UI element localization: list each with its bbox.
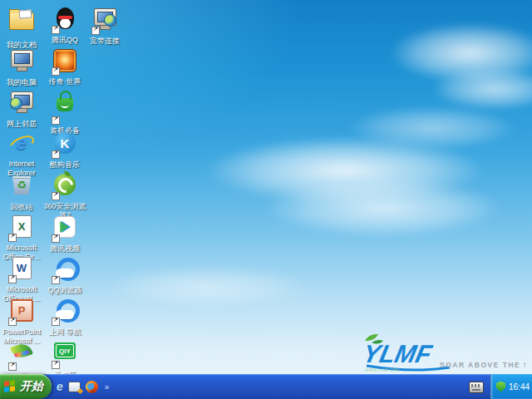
desktop-wallpaper[interactable]: 我的文档 我的电脑 网上邻居 e Internet Explorer ♻ 回收站… [0,0,532,399]
quick-launch-bar: e » [57,374,109,399]
icon-label: 酷狗音乐 [43,160,86,170]
icon-label: 腾讯视频 [43,244,86,254]
recycle-symbol: ♻ [17,179,27,191]
ylmf-logo: YLMF SOAR ABOVE THE SKY WWW.YLMF.COM [347,331,525,372]
shortcut-arrow-icon [52,234,60,243]
system-tray[interactable]: 16:44 [490,374,532,399]
quicklaunch-overflow-chevron[interactable]: » [105,382,110,392]
cloud [108,266,308,308]
folder-icon [9,12,34,30]
desktop-icon-recycle-bin[interactable]: ♻ 回收站 [0,171,43,212]
start-button[interactable]: 开始 [0,374,52,399]
windows-flag-icon [4,380,17,393]
desktop-icon-my-computer[interactable]: 我的电脑 [0,47,43,87]
logo-brand-text: YLMF [361,340,436,367]
desktop-icon-network-places[interactable]: 网上邻居 [0,88,43,129]
desktop-icon-my-documents[interactable]: 我的文档 [0,5,43,50]
shortcut-arrow-icon [52,150,60,159]
shortcut-arrow-icon [8,318,17,326]
quicklaunch-ie-icon[interactable]: e [57,380,63,393]
taskbar: 开始 e » 16:44 [0,374,532,399]
desktop-icon-legend-of-world[interactable]: 传奇·世界 [43,47,86,86]
shortcut-arrow-icon [52,26,60,34]
icon-label: 回收站 [0,203,43,212]
globe-icon [104,14,116,27]
powerpoint-letter: P [18,304,26,317]
shortcut-arrow-icon [52,116,60,125]
broadband-icon [94,8,116,26]
shortcut-arrow-icon [52,276,60,284]
language-keyboard-icon[interactable] [469,382,484,393]
show-desktop-icon[interactable] [68,382,81,392]
icon-label: QQ浏览器 [43,286,86,295]
tray-clock[interactable]: 16:44 [509,382,530,392]
desktop-icon-web-navigation[interactable]: 上网 导航 [43,296,86,337]
cloud [266,179,499,237]
iqiyi-icon: QIY [54,342,76,359]
shortcut-arrow-icon [8,362,17,371]
desktop-icon-qq-browser[interactable]: QQ浏览器 [43,254,86,295]
desktop-icon-tencent-qq[interactable]: 腾讯QQ [43,5,86,45]
quicklaunch-browser-icon[interactable] [86,381,98,393]
desktop-icon-broadband-connection[interactable]: 宽带连接 [83,5,126,46]
word-letter: W [17,262,27,274]
shortcut-arrow-icon [8,234,17,242]
icon-label: 腾讯QQ [43,36,86,45]
icon-label: 传奇·世界 [43,77,86,86]
ie-letter: e [16,131,27,154]
logo-tagline: SOAR ABOVE THE SKY [440,361,525,369]
shopping-bag-icon [57,98,73,111]
icon-label: 网上邻居 [0,120,43,129]
icon-label: 我的电脑 [0,78,43,87]
iqiyi-letters: QIY [59,347,71,355]
computer-icon [11,50,33,67]
network-icon [11,91,33,109]
icon-label: 上网 导航 [43,328,86,337]
shortcut-arrow-icon [91,27,100,35]
shortcut-arrow-icon [52,192,60,200]
cloud [349,106,515,150]
shortcut-arrow-icon [52,67,60,76]
start-button-label: 开始 [20,379,43,394]
desktop-icon-essential-software[interactable]: 装机必备 [43,88,86,135]
cloud [432,68,532,110]
kugou-letter: K [61,136,70,150]
excel-letter: X [18,220,26,233]
shortcut-arrow-icon [8,275,17,283]
globe-icon [10,97,22,110]
desktop-icon-kugou-music[interactable]: K 酷狗音乐 [43,130,86,170]
android-assistant-icon [10,342,33,361]
logo-url: WWW.YLMF.COM [365,367,399,372]
icon-label: 宽带连接 [83,37,126,46]
desktop-icon-tencent-video[interactable]: 腾讯视频 [43,213,86,254]
recycle-bin-icon: ♻ [12,175,31,195]
tray-security-icon[interactable] [496,382,505,392]
shortcut-arrow-icon [52,318,60,326]
shortcut-arrow-icon [52,361,60,369]
internet-explorer-icon: e [9,131,34,155]
